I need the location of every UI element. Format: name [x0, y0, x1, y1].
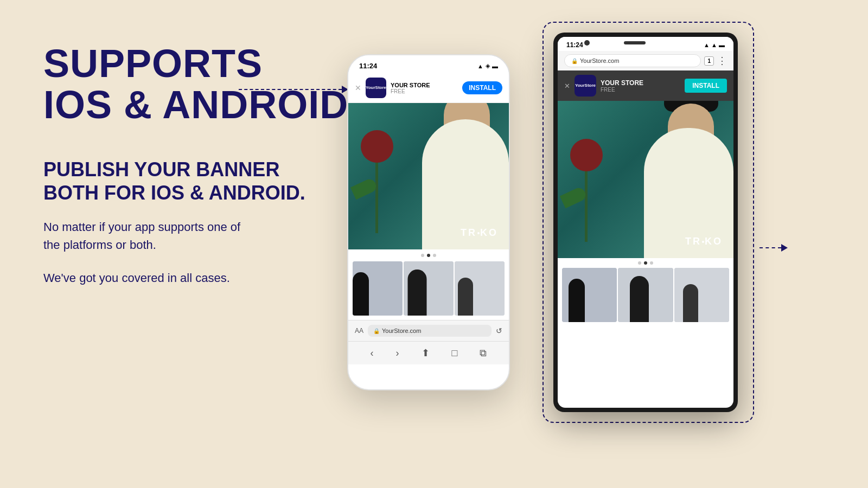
ios-brand: TRKO — [461, 227, 498, 239]
ios-banner-info: YOUR STORE FREE — [391, 82, 458, 94]
android-banner-info: YOUR STORE FREE — [601, 79, 680, 93]
ios-banner-icon: Your Store — [366, 78, 386, 98]
ios-url-area[interactable]: 🔒 YourStore.com — [368, 325, 492, 337]
description-1: No matter if your app supports one ofthe… — [43, 218, 358, 254]
dot-2 — [427, 254, 430, 257]
ios-hero-flower — [356, 125, 405, 233]
flower-head — [361, 130, 393, 163]
main-title: SUPPORTS iOS & ANDROID — [43, 43, 358, 125]
android-phone: 11:24 ▲ ▲ ▬ 🔒 YourStore.com 1 ⋮ ✕ Your S… — [553, 33, 738, 412]
ios-share-icon[interactable]: ⬆ — [422, 347, 430, 359]
android-inner-screen: 11:24 ▲ ▲ ▬ 🔒 YourStore.com 1 ⋮ ✕ Your S… — [558, 37, 733, 408]
android-signal-icon: ▲ — [711, 42, 717, 48]
ios-tabs-icon[interactable]: ⧉ — [480, 348, 487, 359]
android-thumb-1 — [562, 268, 617, 322]
android-url-text: YourStore.com — [580, 57, 619, 64]
lock-icon: 🔒 — [373, 328, 380, 334]
ios-status-icons: ▲ ◈ ▬ — [477, 62, 498, 69]
thumb-2 — [404, 261, 454, 316]
ios-bookmarks-icon[interactable]: □ — [452, 348, 458, 359]
ios-time: 11:24 — [359, 62, 377, 70]
android-camera — [584, 40, 590, 46]
android-hero-image: TRKO — [558, 101, 733, 258]
android-hero-flower — [566, 133, 615, 242]
android-dot-3 — [650, 261, 653, 265]
android-time: 11:24 — [566, 41, 583, 49]
ios-phone: 11:24 ▲ ◈ ▬ ✕ Your Store YOUR STORE FREE… — [347, 54, 510, 390]
android-thumb-2 — [618, 268, 673, 322]
ios-back-icon[interactable]: ‹ — [371, 348, 374, 359]
ios-forward-icon[interactable]: › — [396, 348, 399, 359]
ios-banner-close[interactable]: ✕ — [355, 84, 361, 92]
android-status-icons: ▲ ▲ ▬ — [704, 42, 725, 48]
ios-reader-view[interactable]: AA — [355, 327, 363, 335]
android-url-bar[interactable]: 🔒 YourStore.com — [564, 54, 701, 67]
ios-carousel-dots — [348, 249, 509, 261]
signal-icon: ▲ — [477, 63, 483, 69]
ios-browser-bar: AA 🔒 YourStore.com ↺ — [348, 320, 509, 341]
android-speaker — [624, 41, 646, 44]
android-brand: TRKO — [685, 236, 723, 247]
android-app-banner: ✕ Your Store YOUR STORE FREE INSTALL — [558, 70, 733, 101]
android-lock-icon: 🔒 — [571, 58, 578, 64]
battery-icon: ▬ — [492, 63, 498, 69]
description-2: We've got you covered in all cases. — [43, 269, 358, 287]
thumb-3 — [455, 261, 505, 316]
ios-banner-title: YOUR STORE — [391, 82, 458, 88]
android-hero-person — [630, 106, 733, 258]
android-thumbnails — [558, 268, 733, 322]
ios-reload-icon[interactable]: ↺ — [496, 326, 502, 335]
android-dot-1 — [638, 261, 641, 265]
android-install-button[interactable]: INSTALL — [685, 79, 727, 93]
arrow-to-ios — [239, 86, 348, 93]
ios-thumbnails — [348, 261, 509, 320]
ios-install-button[interactable]: INSTALL — [462, 81, 502, 94]
dot-3 — [433, 254, 436, 257]
wifi-icon: ◈ — [486, 62, 490, 69]
arrow-to-android — [760, 244, 788, 252]
flower-stem — [375, 157, 378, 233]
android-banner-sub: FREE — [601, 87, 680, 93]
android-dot-2 — [644, 261, 647, 265]
android-menu-icon[interactable]: ⋮ — [717, 55, 727, 67]
left-section: SUPPORTS iOS & ANDROID PUBLISH YOUR BANN… — [43, 43, 358, 302]
android-thumb-3 — [674, 268, 729, 322]
subtitle: PUBLISH YOUR BANNERBOTH FOR iOS & ANDROI… — [43, 158, 358, 204]
android-banner-title: YOUR STORE — [601, 79, 680, 87]
ios-status-bar: 11:24 ▲ ◈ ▬ — [348, 55, 509, 73]
ios-banner-sub: FREE — [391, 88, 458, 94]
android-battery-icon: ▬ — [719, 42, 725, 48]
title-line1: SUPPORTS — [43, 42, 263, 85]
dot-1 — [421, 254, 424, 257]
ios-url-text: YourStore.com — [382, 328, 421, 334]
android-tab-count[interactable]: 1 — [704, 56, 714, 66]
android-wifi-icon: ▲ — [704, 42, 710, 48]
android-browser-bar: 🔒 YourStore.com 1 ⋮ — [558, 51, 733, 70]
android-carousel-dots — [558, 258, 733, 268]
android-banner-close[interactable]: ✕ — [564, 82, 570, 90]
ios-hero-image: TRKO — [348, 103, 509, 249]
thumb-1 — [353, 261, 403, 316]
flower-leaf — [350, 177, 378, 200]
ios-nav-bar: ‹ › ⬆ □ ⧉ — [348, 341, 509, 364]
android-banner-icon: Your Store — [575, 75, 596, 97]
ios-app-banner: ✕ Your Store YOUR STORE FREE INSTALL — [348, 73, 509, 103]
